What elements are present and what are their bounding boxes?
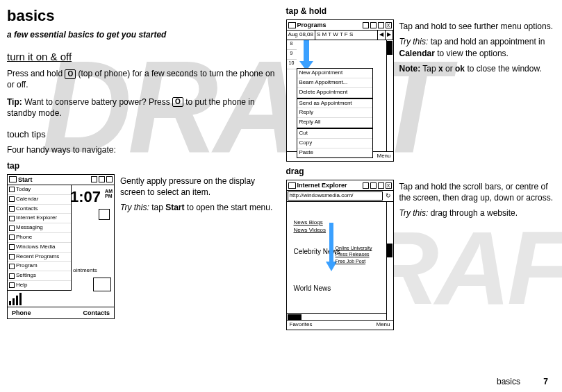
vertical-scrollbar[interactable] xyxy=(386,202,393,320)
home-icon xyxy=(9,187,15,192)
ctx-new-appointment[interactable]: New Appointment xyxy=(297,69,372,78)
label: Settings xyxy=(16,272,36,280)
ctx-send-as-appointment[interactable]: Send as Appointment xyxy=(297,99,372,109)
drag-try: Try this: drag through a website. xyxy=(399,207,556,219)
softkey-menu[interactable]: Menu xyxy=(376,321,390,329)
page-number: 7 xyxy=(543,377,548,386)
softkey-menu[interactable]: Menu xyxy=(377,153,390,160)
menu-item-settings[interactable]: Settings xyxy=(8,271,71,281)
label: Internet Explorer xyxy=(16,214,57,222)
link[interactable]: Press Releases xyxy=(336,251,372,257)
battery-icon xyxy=(370,22,377,28)
svg-rect-0 xyxy=(304,40,309,61)
menu-item-calendar[interactable]: Calendar xyxy=(8,195,71,205)
ctx-cut[interactable]: Cut xyxy=(297,129,372,139)
nav-left-icon[interactable]: ◀ xyxy=(378,31,386,40)
settings-icon xyxy=(9,273,15,279)
menu-item-messaging[interactable]: Messaging xyxy=(8,223,71,233)
tap-try: Try this: tap Start to open the start me… xyxy=(120,202,276,213)
ctx-reply[interactable]: Reply xyxy=(297,108,372,118)
time: 1:07 xyxy=(70,188,101,205)
text: tap and hold an appointment in xyxy=(431,37,545,46)
scroll-thumb[interactable] xyxy=(288,314,301,320)
mock-softkeys: Phone Contacts xyxy=(8,307,114,318)
ctx-copy[interactable]: Copy xyxy=(297,139,372,148)
x-word: x xyxy=(438,64,443,74)
softkey-favorites[interactable]: Favorites xyxy=(290,321,313,329)
label: Phone xyxy=(16,234,32,241)
ctx-reply-all[interactable]: Reply All xyxy=(297,118,372,128)
text: Want to conserve battery power? Press xyxy=(24,97,172,107)
label: Recent Programs xyxy=(16,253,59,261)
label: Today xyxy=(16,186,31,194)
ctx-delete-appointment[interactable]: Delete Appointment xyxy=(297,88,372,98)
text: to view the options. xyxy=(437,49,509,58)
ctx-beam-appointment[interactable]: Beam Appoitment... xyxy=(297,78,372,88)
appointments-text: ointments xyxy=(73,267,97,275)
heading-tap: tap xyxy=(7,160,276,171)
start-flag-icon[interactable] xyxy=(288,182,296,189)
start-flag-icon[interactable] xyxy=(9,176,17,182)
link[interactable]: Online University xyxy=(336,245,372,251)
heading-turn-on-off: turn it on & off xyxy=(7,50,276,64)
go-button-icon[interactable]: ↻ xyxy=(384,191,392,199)
try-label: Try this: xyxy=(120,203,149,212)
menu-item-ie[interactable]: Internet Explorer xyxy=(8,214,71,223)
signal-icon xyxy=(363,22,369,28)
softkey-phone[interactable]: Phone xyxy=(12,309,31,317)
label: Contacts xyxy=(16,205,38,213)
gear-icon[interactable] xyxy=(99,209,110,220)
vertical-scrollbar[interactable] xyxy=(386,40,393,151)
turn-paragraph: Press and hold O (top of phone) for a fe… xyxy=(7,68,276,90)
menu-item-phone[interactable]: Phone xyxy=(8,233,71,243)
ok-word: ok xyxy=(455,64,465,74)
menu-item-wmedia[interactable]: Windows Media xyxy=(8,243,71,253)
menu-item-help[interactable]: Help xyxy=(8,281,71,290)
calendar-datebar: Aug 08,08 S M T W T F S ◀ ▶ xyxy=(287,31,393,40)
calendar-body: 8 9 10 New Appointment Beam Appoitment..… xyxy=(287,40,393,151)
tip-label: Tip: xyxy=(7,97,22,107)
page-content: basics a few essential basics to get you… xyxy=(0,0,562,337)
menu-item-program[interactable]: Program xyxy=(8,262,71,271)
days: S M T W T F S xyxy=(315,31,378,40)
touch-intro: Four handy ways to navigate: xyxy=(7,144,276,155)
left-column: basics a few essential basics to get you… xyxy=(7,6,276,330)
volume-icon xyxy=(378,182,384,189)
start-word: Start xyxy=(165,203,184,212)
nav-right-icon[interactable]: ▶ xyxy=(386,31,393,40)
phone-mock-ie: Internet Explorer X http://windowsmedia.… xyxy=(286,180,394,330)
menu-item-today[interactable]: Today xyxy=(8,185,71,195)
menu-item-contacts[interactable]: Contacts xyxy=(8,205,71,214)
scroll-thumb[interactable] xyxy=(387,244,392,257)
page-title: basics xyxy=(7,6,276,26)
signal-icon xyxy=(363,182,369,189)
power-key-icon: O xyxy=(65,69,76,79)
softkey-contacts[interactable]: Contacts xyxy=(83,309,110,317)
ctx-paste[interactable]: Paste xyxy=(297,148,372,158)
help-icon xyxy=(9,282,15,288)
program-icon xyxy=(9,264,15,269)
mock-title: Programs xyxy=(297,21,361,29)
horizontal-scrollbar[interactable] xyxy=(287,313,386,320)
right-column: tap & hold Programs X Aug 08,08 S M T W … xyxy=(286,6,556,330)
menu-item-recent[interactable]: Recent Programs xyxy=(8,253,71,262)
label: Calendar xyxy=(16,196,38,203)
volume-icon xyxy=(106,176,113,182)
page-footer: basics 7 xyxy=(497,377,548,386)
label: Messaging xyxy=(16,224,43,232)
note-label: Note: xyxy=(399,64,421,74)
tap-body: Gently apply pressure on the display scr… xyxy=(120,176,276,198)
scroll-thumb[interactable] xyxy=(387,41,392,55)
pm: PM xyxy=(105,194,113,198)
mock-body: Today Calendar Contacts Internet Explore… xyxy=(8,185,114,307)
tap-description: Gently apply pressure on the display scr… xyxy=(120,174,276,319)
close-icon[interactable]: X xyxy=(386,22,392,28)
battery-icon xyxy=(99,176,105,182)
power-key-icon: O xyxy=(172,97,183,107)
close-icon[interactable]: X xyxy=(386,182,392,189)
url-input[interactable]: http://windowsmedia.com/ xyxy=(288,191,383,201)
hour: 10 xyxy=(287,60,297,69)
phone-mock-calendar: Programs X Aug 08,08 S M T W T F S ◀ ▶ xyxy=(286,19,394,162)
link[interactable]: Free Job Post xyxy=(336,258,372,264)
start-flag-icon[interactable] xyxy=(288,22,296,28)
